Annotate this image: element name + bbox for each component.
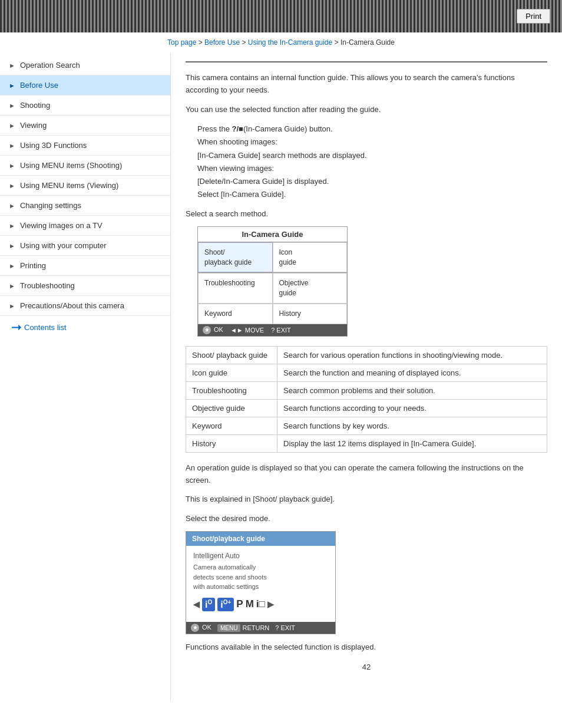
arrow-icon: ► [9, 162, 15, 169]
sidebar-item-troubleshooting[interactable]: ► Troubleshooting [0, 276, 170, 296]
table-cell-desc: Search functions by key words. [277, 417, 547, 434]
operation-guide-text-2: This is explained in [Shoot/ playback gu… [186, 493, 547, 506]
instruction-line-3: [In-Camera Guide] search methods are dis… [197, 149, 547, 162]
guide-cell-objective: Objectiveguide [273, 273, 348, 304]
arrow-icon: ► [9, 202, 15, 209]
guide-box-grid-top: Shoot/playback guide Iconguide [198, 242, 347, 274]
table-row: Shoot/ playback guide Search for various… [186, 346, 547, 364]
guide-box-grid-bottom: Keyword History [198, 304, 347, 324]
guide-cell-shoot: Shoot/playback guide [198, 242, 273, 273]
sidebar-item-3d[interactable]: ► Using 3D Functions [0, 136, 170, 156]
playback-desc: Camera automaticallydetects scene and sh… [193, 562, 328, 592]
table-cell-desc: Display the last 12 items displayed in [… [277, 434, 547, 452]
sidebar-label: Before Use [20, 81, 58, 90]
arrow-icon: ► [9, 242, 15, 249]
table-cell-name: Icon guide [186, 364, 277, 381]
operation-guide-text-1: An operation guide is displayed so that … [186, 462, 547, 487]
sidebar-item-menu-viewing[interactable]: ► Using MENU items (Viewing) [0, 176, 170, 196]
sidebar-item-precautions[interactable]: ► Precautions/About this camera [0, 296, 170, 316]
table-row: Objective guide Search functions accordi… [186, 399, 547, 417]
info-table: Shoot/ playback guide Search for various… [186, 346, 547, 453]
breadcrumb-before-use[interactable]: Before Use [204, 38, 240, 47]
contents-list-arrow-icon [12, 325, 21, 331]
bottom-text: Functions available in the selected func… [186, 641, 547, 654]
sidebar-item-computer[interactable]: ► Using with your computer [0, 236, 170, 256]
table-cell-desc: Search common problems and their solutio… [277, 381, 547, 399]
instruction-line-1: Press the ?/■(In-Camera Guide) button. [197, 123, 547, 136]
guide-cell-troubleshooting: Troubleshooting [198, 273, 273, 304]
sidebar-label: Using with your computer [20, 241, 107, 250]
table-cell-name: Keyword [186, 417, 277, 434]
guide-cell-keyword: Keyword [198, 304, 273, 324]
instruction-line-5: [Delete/In-Camera Guide] is displayed. [197, 175, 547, 188]
table-row: Icon guide Search the function and meani… [186, 364, 547, 381]
sidebar-label: Printing [20, 261, 46, 270]
playback-box-footer: ★ OK MENU RETURN ? EXIT [186, 622, 335, 634]
mode-icon-ioplus: iO+ [217, 598, 234, 611]
sidebar-item-changing-settings[interactable]: ► Changing settings [0, 196, 170, 216]
instruction-line-6: Select [In-Camera Guide]. [197, 188, 547, 201]
mode-icon-m: M [246, 598, 254, 610]
arrow-icon: ► [9, 122, 15, 129]
playback-box-body: Intelligent Auto Camera automaticallydet… [186, 546, 335, 622]
table-cell-desc: Search functions according to your needs… [277, 399, 547, 417]
table-row: Troubleshooting Search common problems a… [186, 381, 547, 399]
arrow-icon: ► [9, 302, 15, 309]
breadcrumb-using-guide[interactable]: Using the In-Camera guide [248, 38, 332, 47]
select-mode-text: Select the desired mode. [186, 513, 547, 525]
sidebar-label: Shooting [20, 101, 50, 110]
arrow-icon: ► [9, 282, 15, 289]
breadcrumb-current: In-Camera Guide [340, 38, 395, 47]
in-camera-guide-box: In-Camera Guide Shoot/playback guide Ico… [197, 226, 348, 337]
mode-icon-io: iO [202, 598, 215, 611]
table-row: History Display the last 12 items displa… [186, 434, 547, 452]
mode-icon-isq: i□ [256, 598, 265, 610]
arrow-icon: ► [9, 182, 15, 189]
ok-star-icon: ★ [191, 624, 199, 632]
sidebar-item-menu-shooting[interactable]: ► Using MENU items (Shooting) [0, 156, 170, 176]
guide-box-grid-middle: Troubleshooting Objectiveguide [198, 273, 347, 304]
arrow-icon: ► [9, 262, 15, 269]
menu-btn: MENU [217, 624, 240, 632]
guide-cell-icon: Iconguide [273, 242, 348, 273]
sidebar-item-printing[interactable]: ► Printing [0, 256, 170, 276]
sidebar-label: Using 3D Functions [20, 141, 87, 150]
sidebar-label: Troubleshooting [20, 281, 75, 290]
sidebar-item-before-use[interactable]: ► Before Use [0, 75, 170, 95]
table-cell-name: Objective guide [186, 399, 277, 417]
instruction-line-2: When shooting images: [197, 136, 547, 149]
sidebar-label: Operation Search [20, 61, 80, 70]
contents-list-label: Contents list [24, 323, 67, 332]
breadcrumb-top[interactable]: Top page [167, 38, 196, 47]
content-area: This camera contains an internal functio… [171, 52, 562, 701]
sidebar-label: Viewing [20, 121, 47, 130]
guide-box-footer: ★ OK ◄► MOVE ? EXIT [198, 324, 347, 336]
print-button[interactable]: Print [517, 9, 550, 24]
arrow-right-icon: ▶ [267, 599, 274, 609]
header-bar: Print [0, 0, 562, 32]
main-layout: ► Operation Search ► Before Use ► Shooti… [0, 52, 562, 701]
instruction-block: Press the ?/■(In-Camera Guide) button. W… [197, 123, 547, 201]
table-cell-desc: Search for various operation functions i… [277, 346, 547, 364]
table-cell-name: Shoot/ playback guide [186, 346, 277, 364]
arrow-icon: ► [9, 82, 15, 89]
arrow-icon: ► [9, 222, 15, 229]
sidebar-item-operation-search[interactable]: ► Operation Search [0, 55, 170, 75]
contents-list-link[interactable]: Contents list [0, 316, 170, 339]
arrow-icon: ► [9, 102, 15, 109]
table-row: Keyword Search functions by key words. [186, 417, 547, 434]
arrow-icon: ► [9, 142, 15, 149]
guide-cell-history: History [273, 304, 348, 324]
guide-box-title: In-Camera Guide [198, 227, 347, 242]
sidebar-item-tv[interactable]: ► Viewing images on a TV [0, 216, 170, 236]
sidebar-label: Using MENU items (Viewing) [20, 181, 118, 190]
intro-text-1: This camera contains an internal functio… [186, 72, 547, 97]
top-divider [186, 61, 547, 62]
ok-icon: ★ [203, 326, 211, 334]
sidebar-label: Changing settings [20, 201, 81, 210]
sidebar-item-shooting[interactable]: ► Shooting [0, 95, 170, 116]
sidebar-label: Using MENU items (Shooting) [20, 161, 122, 170]
playback-mode-icons: ◀ iO iO+ P M i□ ▶ [193, 598, 328, 611]
sidebar-item-viewing[interactable]: ► Viewing [0, 116, 170, 136]
arrow-left-icon: ◀ [193, 599, 200, 609]
